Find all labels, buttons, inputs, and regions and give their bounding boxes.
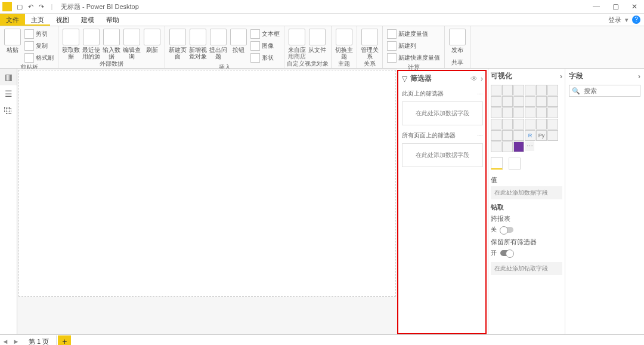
publish-button[interactable]: 发布 bbox=[447, 27, 467, 53]
shapes-button[interactable]: 形状 bbox=[249, 53, 281, 63]
viz-chip-waterfall[interactable] bbox=[491, 107, 501, 118]
viz-chip-stacked-bar[interactable] bbox=[491, 85, 501, 96]
fields-collapse-icon[interactable]: › bbox=[638, 72, 640, 81]
more-icon[interactable]: ⋯ bbox=[477, 133, 483, 139]
page-tab-1[interactable]: 第 1 页 bbox=[21, 335, 57, 346]
viz-chip-100-stacked-bar[interactable] bbox=[536, 85, 547, 96]
buttons-button[interactable]: 按钮 bbox=[228, 27, 249, 53]
menu-modeling[interactable]: 建模 bbox=[75, 14, 100, 26]
add-page-button[interactable]: + bbox=[58, 335, 71, 345]
viz-drill-drop[interactable]: 在此处添加钻取字段 bbox=[491, 262, 562, 275]
page-prev[interactable]: ◄ bbox=[0, 338, 11, 345]
new-column-button[interactable]: 新建列 bbox=[385, 41, 442, 51]
group-label-theme: 主题 bbox=[334, 60, 354, 69]
new-visual-button[interactable]: 新增视觉对象 bbox=[188, 27, 208, 60]
filters-all-drop[interactable]: 在此处添加数据字段 bbox=[402, 143, 483, 167]
viz-chip-more[interactable]: ⋯ bbox=[525, 141, 534, 151]
from-store-button[interactable]: 来自应用商店 bbox=[287, 27, 307, 60]
qat-undo[interactable]: ↶ bbox=[25, 3, 36, 11]
viz-chip-100-stacked-column[interactable] bbox=[547, 85, 558, 96]
from-file-button[interactable]: 从文件 bbox=[307, 27, 327, 53]
viz-chip-pie[interactable] bbox=[513, 107, 524, 118]
canvas-page[interactable] bbox=[18, 70, 396, 297]
get-data-button[interactable]: 获取数据 bbox=[61, 27, 81, 60]
view-rail: ▥ ☰ ⿻ bbox=[0, 69, 17, 334]
viz-chip-qna[interactable] bbox=[502, 141, 513, 152]
report-view-icon[interactable]: ▥ bbox=[0, 69, 17, 85]
cut-button[interactable]: 剪切 bbox=[23, 29, 55, 39]
viz-chip-r[interactable]: R bbox=[525, 130, 535, 141]
viz-chip-stacked-column[interactable] bbox=[502, 85, 513, 96]
refresh-button[interactable]: 刷新 bbox=[142, 27, 162, 53]
filters-visibility-icon[interactable]: 👁 bbox=[470, 75, 478, 83]
switch-theme-button[interactable]: 切换主题 bbox=[334, 27, 354, 60]
viz-chip-clustered-bar[interactable] bbox=[513, 85, 524, 96]
viz-chip-line-clustered-column[interactable] bbox=[536, 96, 547, 107]
page-next[interactable]: ► bbox=[11, 338, 21, 345]
viz-chip-multi-card[interactable] bbox=[536, 119, 547, 130]
viz-chip-treemap[interactable] bbox=[536, 107, 547, 118]
fields-search[interactable]: 🔍 bbox=[569, 85, 640, 97]
maximize-button[interactable]: ▢ bbox=[606, 2, 625, 11]
viz-chip-map[interactable] bbox=[547, 107, 558, 118]
more-icon[interactable]: ⋯ bbox=[477, 91, 483, 97]
new-measure-button[interactable]: 新建度量值 bbox=[385, 29, 442, 39]
viz-chip-funnel[interactable] bbox=[502, 119, 513, 130]
viz-chip-line-stacked-column[interactable] bbox=[525, 96, 535, 107]
menu-file[interactable]: 文件 bbox=[0, 14, 25, 26]
viz-chip-kpi[interactable] bbox=[547, 119, 558, 130]
dropdown-icon[interactable]: ▾ bbox=[625, 16, 628, 24]
viz-collapse-icon[interactable]: › bbox=[560, 72, 562, 81]
filters-collapse-icon[interactable]: › bbox=[481, 75, 483, 83]
viz-chip-scatter[interactable] bbox=[502, 107, 513, 118]
data-view-icon[interactable]: ☰ bbox=[0, 85, 17, 102]
model-view-icon[interactable]: ⿻ bbox=[0, 102, 17, 119]
viz-fields-tab[interactable] bbox=[491, 157, 503, 170]
image-button[interactable]: 图像 bbox=[249, 41, 281, 51]
keep-filters-toggle[interactable] bbox=[500, 250, 513, 256]
new-page-button[interactable]: 新建页面 bbox=[168, 27, 188, 60]
viz-chip-area[interactable] bbox=[502, 96, 513, 107]
new-quick-measure-button[interactable]: 新建快速度量值 bbox=[385, 53, 442, 63]
viz-values-drop[interactable]: 在此处添加数据字段 bbox=[491, 186, 562, 199]
enter-data-button[interactable]: 输入数据 bbox=[101, 27, 122, 60]
qat-save[interactable]: ▢ bbox=[14, 3, 25, 11]
paste-button[interactable]: 粘贴 bbox=[2, 27, 23, 53]
viz-chip-filled-map[interactable] bbox=[491, 119, 501, 130]
menu-home[interactable]: 主页 bbox=[25, 14, 50, 26]
ask-question-button[interactable]: 提出问题 bbox=[208, 27, 228, 60]
viz-chip-key-influencers[interactable] bbox=[547, 130, 558, 141]
viz-chip-table[interactable] bbox=[502, 130, 513, 141]
format-painter-button[interactable]: 格式刷 bbox=[23, 53, 55, 63]
viz-format-tab[interactable] bbox=[509, 158, 521, 170]
recent-sources-button[interactable]: 最近使用的源 bbox=[81, 27, 101, 60]
viz-chip-gauge[interactable] bbox=[513, 119, 524, 130]
viz-chip-python[interactable]: Py bbox=[536, 130, 547, 141]
textbox-button[interactable]: 文本框 bbox=[249, 29, 281, 39]
menu-help[interactable]: 帮助 bbox=[100, 14, 125, 26]
viz-chip-donut[interactable] bbox=[525, 107, 535, 118]
viz-chip-card[interactable] bbox=[525, 119, 535, 130]
report-canvas[interactable] bbox=[17, 69, 397, 334]
login-link[interactable]: 登录 bbox=[608, 16, 621, 24]
viz-chip-matrix[interactable] bbox=[513, 130, 524, 141]
viz-chip-stacked-area[interactable] bbox=[513, 96, 524, 107]
qat-redo[interactable]: ↷ bbox=[36, 3, 47, 11]
viz-chip-ribbon[interactable] bbox=[547, 96, 558, 107]
fields-search-input[interactable] bbox=[583, 87, 637, 95]
filters-page-drop[interactable]: 在此处添加数据字段 bbox=[402, 101, 483, 125]
viz-chip-decomposition[interactable] bbox=[491, 141, 501, 152]
viz-chip-arcgis[interactable] bbox=[513, 141, 524, 152]
viz-chip-slicer[interactable] bbox=[491, 130, 501, 141]
menu-view[interactable]: 视图 bbox=[50, 14, 75, 26]
viz-chip-line[interactable] bbox=[491, 96, 501, 107]
cross-report-toggle[interactable] bbox=[500, 227, 513, 233]
edit-queries-button[interactable]: 编辑查询 bbox=[122, 27, 142, 60]
copy-button[interactable]: 复制 bbox=[23, 41, 55, 51]
minimize-button[interactable]: — bbox=[587, 2, 606, 11]
close-button[interactable]: ✕ bbox=[625, 2, 644, 11]
viz-chip-grid: RPy ⋯ bbox=[491, 85, 562, 152]
help-icon[interactable]: ? bbox=[632, 16, 640, 24]
viz-chip-clustered-column[interactable] bbox=[525, 85, 535, 96]
manage-relationships-button[interactable]: 管理关系 bbox=[360, 27, 380, 60]
